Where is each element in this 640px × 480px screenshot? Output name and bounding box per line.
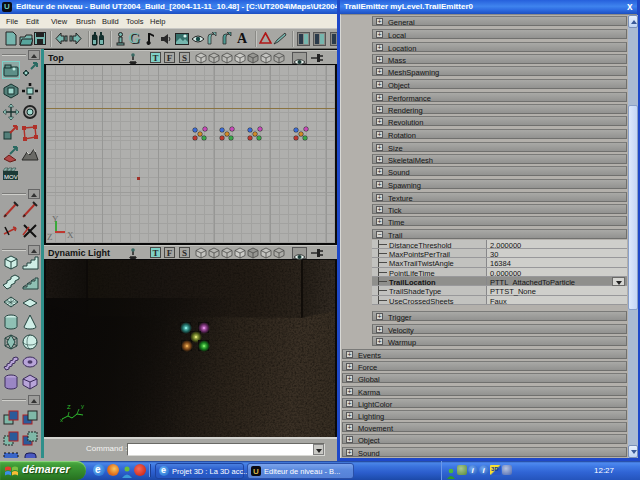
svg-text:y: y bbox=[81, 403, 84, 409]
svg-text:MOV: MOV bbox=[4, 174, 18, 180]
svg-text:x: x bbox=[60, 417, 63, 422]
svg-text:Z: Z bbox=[67, 404, 71, 410]
